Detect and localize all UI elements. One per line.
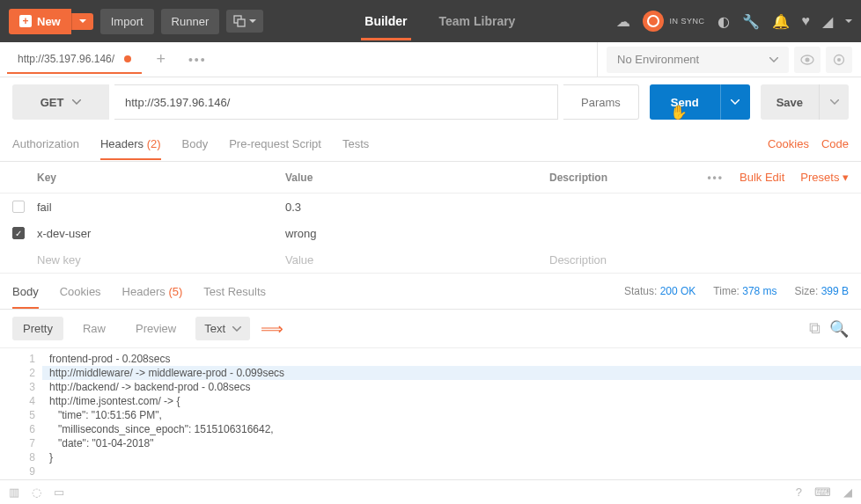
resp-headers-count: (5)	[168, 285, 182, 298]
new-desc-placeholder: Description	[549, 253, 849, 267]
search-icon[interactable]: 🔍	[829, 319, 849, 339]
svg-rect-1	[238, 19, 245, 26]
presets-link[interactable]: Presets ▾	[800, 171, 849, 184]
send-button[interactable]: Send ✋	[650, 84, 720, 120]
code-link[interactable]: Code	[821, 137, 849, 150]
chevron-down-icon	[249, 19, 256, 24]
window-button[interactable]	[226, 10, 263, 33]
view-preview[interactable]: Preview	[125, 317, 187, 340]
size-label: Size:	[795, 285, 819, 297]
new-dropdown[interactable]	[71, 13, 93, 30]
import-button[interactable]: Import	[100, 9, 154, 34]
keyboard-icon[interactable]: ⌨	[814, 486, 831, 499]
header-key[interactable]: x-dev-user	[37, 227, 285, 240]
request-bar: GET Params Send ✋ Save	[0, 77, 861, 127]
checkbox[interactable]: ✓	[12, 227, 25, 239]
sync-indicator[interactable]: IN SYNC	[643, 11, 704, 32]
headers-table-head: Key Value Description ••• Bulk Edit Pres…	[0, 162, 861, 194]
size-block: Size: 399 B	[795, 285, 849, 297]
env-settings-button[interactable]	[826, 47, 852, 73]
gear-icon	[833, 54, 845, 66]
save-dropdown[interactable]	[819, 84, 849, 120]
runner-button[interactable]: Runner	[161, 9, 220, 34]
params-button[interactable]: Params	[563, 84, 639, 120]
subtab-prerequest[interactable]: Pre-request Script	[229, 128, 321, 159]
resp-tab-body[interactable]: Body	[12, 275, 39, 308]
checkbox[interactable]	[12, 201, 25, 213]
copy-icon[interactable]: ⧉	[809, 319, 821, 339]
wrap-toggle[interactable]: ⟹	[259, 317, 285, 341]
headers-new-row[interactable]: New key Value Description	[0, 246, 861, 273]
bulk-edit-link[interactable]: Bulk Edit	[740, 171, 784, 184]
col-more-icon[interactable]: •••	[707, 172, 724, 184]
env-preview-button[interactable]	[794, 47, 821, 73]
table-row[interactable]: fail0.3	[0, 194, 861, 220]
top-nav: Builder Team Library	[270, 2, 609, 40]
add-tab-button[interactable]: +	[147, 45, 174, 74]
response-meta: Status: 200 OK Time: 378 ms Size: 399 B	[624, 285, 849, 297]
subtab-body[interactable]: Body	[182, 128, 209, 159]
tab-team-library[interactable]: Team Library	[436, 2, 519, 40]
environment-select[interactable]: No Environment	[607, 47, 789, 73]
wrench-icon[interactable]: 🔧	[742, 13, 760, 30]
view-raw[interactable]: Raw	[72, 317, 116, 340]
col-desc: Description	[549, 172, 707, 184]
col-key: Key	[12, 172, 285, 184]
save-button[interactable]: Save	[761, 84, 819, 120]
header-key[interactable]: fail	[37, 201, 285, 214]
bell-icon[interactable]: 🔔	[772, 13, 790, 30]
resp-tab-test-results[interactable]: Test Results	[203, 275, 266, 308]
find-icon[interactable]: ◌	[32, 486, 41, 499]
cursor-icon: ✋	[670, 104, 688, 121]
method-select[interactable]: GET	[12, 84, 109, 120]
view-mode-select[interactable]: Text	[195, 317, 250, 340]
svg-point-5	[837, 58, 841, 62]
globe-icon[interactable]: ◐	[718, 13, 730, 30]
header-value[interactable]: 0.3	[285, 201, 549, 214]
header-value[interactable]: wrong	[285, 227, 549, 240]
resp-tab-headers[interactable]: Headers (5)	[122, 275, 183, 308]
tabs-more-button[interactable]: •••	[180, 47, 216, 72]
response-viewbar: Pretty Raw Preview Text ⟹ ⧉ 🔍	[0, 310, 861, 348]
env-selected: No Environment	[617, 53, 699, 66]
request-subtabs: Authorization Headers (2) Body Pre-reque…	[0, 127, 861, 162]
tab-builder[interactable]: Builder	[361, 2, 410, 40]
new-key-placeholder: New key	[37, 253, 285, 267]
bottom-bar: ▥ ◌ ▭ ? ⌨ ◢	[0, 479, 861, 504]
cookies-link[interactable]: Cookies	[768, 137, 809, 150]
view-right: ⧉ 🔍	[809, 319, 849, 339]
response-body: 123456789 frontend-prod - 0.208secshttp:…	[0, 348, 861, 482]
new-label: New	[37, 15, 61, 28]
lines[interactable]: frontend-prod - 0.208secshttp://middlewa…	[42, 348, 861, 482]
chevron-down-icon	[72, 99, 81, 105]
console-icon[interactable]: ▭	[54, 486, 64, 499]
view-pretty[interactable]: Pretty	[12, 317, 63, 340]
send-dropdown[interactable]	[720, 84, 750, 120]
subtab-headers-count: (2)	[147, 137, 161, 150]
subtab-tests[interactable]: Tests	[342, 128, 369, 159]
chevron-down-icon	[79, 19, 86, 24]
time-label: Time:	[713, 285, 740, 297]
new-button-group: + New	[9, 9, 93, 34]
subtab-authorization[interactable]: Authorization	[12, 128, 79, 159]
resize-icon[interactable]: ◢	[843, 486, 852, 499]
top-toolbar: + New Import Runner Builder Team Library…	[0, 0, 861, 42]
help-icon[interactable]: ?	[796, 486, 802, 499]
top-right: ☁ IN SYNC ◐ 🔧 🔔 ♥ ◢	[616, 11, 852, 32]
request-tab-title: http://35.197.96.146/	[18, 53, 114, 65]
save-button-group: Save	[761, 84, 849, 120]
heart-icon[interactable]: ♥	[802, 13, 811, 29]
signal-icon[interactable]: ◢	[822, 13, 833, 30]
subtab-headers[interactable]: Headers (2)	[100, 128, 161, 159]
new-button[interactable]: + New	[9, 9, 71, 34]
resp-tab-cookies[interactable]: Cookies	[60, 275, 101, 308]
chevron-down-icon	[830, 99, 839, 105]
subtabs-right: Cookies Code	[768, 137, 849, 150]
sidebar-toggle-icon[interactable]: ▥	[9, 486, 19, 499]
cloud-icon[interactable]: ☁	[616, 13, 630, 30]
url-input[interactable]	[114, 84, 558, 120]
table-row[interactable]: ✓x-dev-userwrong	[0, 220, 861, 246]
chevron-down-icon[interactable]	[845, 19, 852, 24]
request-tab[interactable]: http://35.197.96.146/	[7, 46, 142, 74]
method-label: GET	[40, 96, 64, 109]
